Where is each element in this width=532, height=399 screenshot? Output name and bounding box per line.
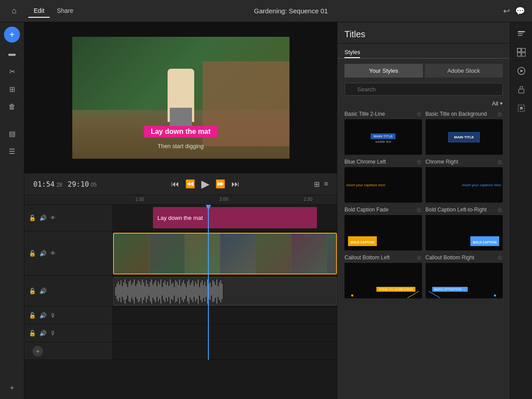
- title-item-label-cl: Callout Bottom Left ☆: [344, 254, 422, 261]
- title-thumbnail[interactable]: MAIN TITLE subtitle text: [344, 119, 422, 155]
- tab-group: Edit Share: [28, 4, 78, 18]
- title-thumbnail-bg[interactable]: MAIN TITLE: [426, 119, 503, 155]
- tab-edit[interactable]: Edit: [28, 4, 50, 18]
- star-icon-cr[interactable]: ☆: [497, 158, 503, 165]
- home-icon[interactable]: ⌂: [7, 4, 21, 18]
- panel-icon[interactable]: ▤: [5, 127, 19, 140]
- film-frame-2: [149, 234, 185, 274]
- star-icon-bcf[interactable]: ☆: [416, 206, 422, 213]
- volume-icon-a2[interactable]: 🔊: [39, 312, 47, 319]
- svg-rect-6: [522, 53, 525, 56]
- svg-rect-4: [522, 48, 525, 52]
- title-item-callout-left: Callout Bottom Left ☆ THING TO SOMETHING: [344, 254, 422, 298]
- your-styles-button[interactable]: Your Styles: [344, 64, 423, 78]
- search-wrapper: 🔍: [344, 83, 503, 96]
- filter-arrow-icon[interactable]: ▾: [500, 101, 503, 106]
- title-item-label-bcltr: Bold Caption Left-to-Right ☆: [426, 206, 503, 213]
- lock-icon-a2[interactable]: 🔓: [29, 312, 36, 319]
- trash-icon[interactable]: 🗑: [5, 100, 19, 113]
- menu-icon[interactable]: ≡: [324, 180, 328, 188]
- thumb-callout-dot: [351, 294, 353, 297]
- comment-icon[interactable]: 💬: [515, 6, 525, 16]
- tab-share[interactable]: Share: [51, 4, 78, 18]
- lock-icon-v[interactable]: 🔓: [29, 250, 36, 257]
- search-input[interactable]: [344, 83, 503, 96]
- video-clip[interactable]: [113, 233, 337, 274]
- title-thumbnail-clr[interactable]: BASIC ATTENTION →: [426, 263, 503, 298]
- copy-icon[interactable]: ⊞: [5, 82, 19, 96]
- effects-icon[interactable]: [514, 45, 528, 59]
- title-thumbnail-bcl[interactable]: Insert your captions here: [344, 167, 422, 203]
- ruler-mark-2: 2:00: [219, 197, 228, 202]
- svg-rect-11: [520, 107, 523, 110]
- cut-icon[interactable]: ✂: [5, 65, 19, 78]
- volume-icon-v[interactable]: 🔊: [39, 250, 47, 257]
- lock-panel-icon[interactable]: [514, 82, 528, 97]
- left-sidebar: + ▬ ✂ ⊞ 🗑 ▤ ☰ +: [0, 22, 24, 399]
- titles-panel-icon[interactable]: [514, 27, 528, 41]
- transform-icon[interactable]: [514, 101, 528, 115]
- media-browser-icon[interactable]: [514, 64, 528, 78]
- star-icon-bg[interactable]: ☆: [497, 110, 503, 117]
- title-item-chrome-right: Chrome Right ☆ Insert your captions here: [426, 158, 503, 203]
- lock-icon-a3[interactable]: 🔓: [29, 330, 36, 336]
- thumb-bg-label: MAIN TITLE: [454, 135, 474, 139]
- list-icon[interactable]: ☰: [5, 145, 19, 158]
- filter-label[interactable]: All: [492, 100, 498, 107]
- film-frame-6: [291, 234, 327, 274]
- audio-track-2-content: [113, 307, 337, 324]
- mic-icon-a3[interactable]: 🎙: [50, 330, 56, 336]
- star-icon-bcl[interactable]: ☆: [416, 158, 422, 165]
- mic-icon-a2[interactable]: 🎙: [50, 312, 56, 319]
- tracks-container: 🔓 🔊 👁 Lay down the mat 🔓 🔊: [24, 205, 337, 360]
- main-layout: + ▬ ✂ ⊞ 🗑 ▤ ☰ +: [0, 22, 532, 399]
- lock-icon-a[interactable]: 🔓: [29, 288, 36, 294]
- title-track-row: 🔓 🔊 👁 Lay down the mat: [24, 205, 337, 231]
- title-clip[interactable]: Lay down the mat: [153, 207, 317, 228]
- star-icon-cl[interactable]: ☆: [416, 254, 422, 261]
- svg-rect-1: [518, 33, 523, 34]
- eye-icon[interactable]: 👁: [50, 215, 56, 221]
- star-icon[interactable]: ☆: [416, 110, 422, 117]
- thumb-sub-label: subtitle text: [371, 140, 395, 143]
- adobe-stock-button[interactable]: Adobe Stock: [425, 64, 503, 78]
- current-time: 01:54: [33, 180, 55, 188]
- title-item-callout-right: Callout Bottom Right ☆ BASIC ATTENTION →: [426, 254, 503, 298]
- play-button[interactable]: ▶: [201, 178, 209, 190]
- step-back-button[interactable]: ⏪: [185, 179, 195, 189]
- eye-icon-v[interactable]: 👁: [50, 250, 56, 257]
- transport-controls: ⏮ ⏪ ▶ ⏩ ⏭: [171, 178, 239, 190]
- title-thumbnail-cl[interactable]: THING TO SOMETHING: [344, 263, 422, 298]
- undo-icon[interactable]: ↩: [503, 6, 510, 16]
- title-name-bg: Basic Title on Background: [426, 111, 487, 117]
- title-thumbnail-bcltr[interactable]: BOLD CAPTION: [426, 215, 503, 250]
- volume-icon-a[interactable]: 🔊: [39, 288, 47, 294]
- add-track-button[interactable]: +: [32, 346, 43, 356]
- tab-styles[interactable]: Styles: [344, 47, 360, 58]
- current-frames: 28: [56, 182, 62, 188]
- top-bar-right: ↩ 💬: [503, 6, 525, 16]
- title-thumbnail-cr[interactable]: Insert your captions here: [426, 167, 503, 203]
- title-thumbnail-bcf[interactable]: BOLD CAPTION: [344, 215, 422, 250]
- title-track-controls: 🔓 🔊 👁: [24, 205, 113, 231]
- add-button[interactable]: +: [4, 27, 20, 43]
- waveform-bars: [113, 278, 336, 305]
- media-icon[interactable]: ▬: [5, 47, 19, 60]
- add-track-icon[interactable]: +: [5, 381, 19, 395]
- skip-back-button[interactable]: ⏮: [171, 180, 179, 189]
- title-item-label-bg: Basic Title on Background ☆: [426, 110, 503, 117]
- star-icon-clr[interactable]: ☆: [497, 254, 503, 261]
- lock-icon[interactable]: 🔓: [29, 215, 36, 221]
- volume-icon-a3[interactable]: 🔊: [39, 330, 47, 336]
- add-track-controls: +: [24, 342, 113, 360]
- star-icon-bcltr[interactable]: ☆: [497, 206, 503, 213]
- layout-icon[interactable]: ⊞: [314, 180, 320, 188]
- step-forward-button[interactable]: ⏩: [215, 179, 225, 189]
- video-preview: Lay down the mat Then start digging: [24, 22, 337, 173]
- styles-toggle: Your Styles Adobe Stock: [344, 64, 503, 78]
- volume-icon[interactable]: 🔊: [39, 215, 47, 221]
- skip-forward-button[interactable]: ⏭: [231, 180, 239, 189]
- thumb-callout-right-dot: [494, 294, 496, 297]
- title-item-basic-bg: Basic Title on Background ☆ MAIN TITLE: [426, 110, 503, 155]
- audio-waveform: [113, 277, 337, 305]
